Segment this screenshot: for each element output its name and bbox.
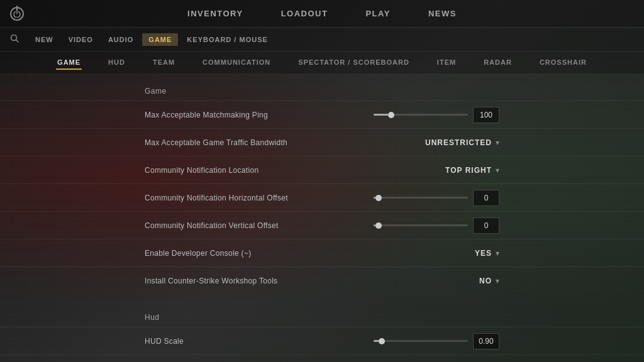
notif-v-offset-slider[interactable] [374,224,468,226]
main-nav-items: INVENTORY LOADOUT PLAY NEWS [187,9,457,18]
dev-console-value: YES [475,249,492,258]
nav-item-loadout[interactable]: LOADOUT [281,9,328,18]
category-tabs: GAME HUD TEAM COMMUNICATION SPECTATOR / … [0,52,644,74]
table-row: HUD Scale 0.90 [0,327,644,354]
notif-h-offset-label: Community Notification Horizontal Offset [145,194,374,202]
cat-tab-radar[interactable]: RADAR [482,56,513,70]
bandwidth-label: Max Acceptable Game Traffic Bandwidth [145,138,425,147]
table-row: Max Acceptable Game Traffic Bandwidth UN… [0,128,644,156]
cat-tab-hud[interactable]: HUD [107,56,126,70]
notif-v-offset-label: Community Notification Vertical Offset [145,221,374,230]
notif-v-offset-value: 0 [473,217,499,234]
sub-nav-audio[interactable]: AUDIO [102,33,140,46]
matchmaking-ping-control: 100 [374,107,499,123]
nav-item-play[interactable]: PLAY [365,9,390,18]
dev-console-label: Enable Developer Console (~) [145,249,475,258]
matchmaking-ping-label: Max Acceptable Matchmaking Ping [145,111,374,119]
hud-scale-slider[interactable] [374,340,468,342]
hud-section-header: Hud [0,307,644,327]
section-spacer [0,294,644,307]
cat-tab-game[interactable]: GAME [56,56,82,70]
notif-h-offset-slider[interactable] [374,197,468,199]
hud-scale-control: 0.90 [374,333,499,349]
notif-location-label: Community Notification Location [145,166,445,175]
table-row: Community Notification Vertical Offset 0 [0,211,644,239]
nav-item-news[interactable]: NEWS [428,9,457,18]
bandwidth-arrow: ▾ [496,138,499,147]
table-row: Max Acceptable Matchmaking Ping 100 [0,101,644,128]
table-row: Community Notification Location TOP RIGH… [0,156,644,184]
notif-h-offset-value: 0 [473,190,499,206]
sub-nav-new[interactable]: NEW [29,33,60,46]
cat-tab-communication[interactable]: COMMUNICATION [201,56,272,70]
cat-tab-crosshair[interactable]: CROSSHAIR [538,56,588,70]
game-section-header: Game [0,80,644,101]
notif-v-offset-control: 0 [374,217,499,234]
notif-location-dropdown[interactable]: TOP RIGHT ▾ [445,166,499,175]
power-button[interactable] [10,7,24,21]
sub-nav-video[interactable]: VIDEO [62,33,99,46]
sub-nav: NEW VIDEO AUDIO GAME KEYBOARD / MOUSE [0,28,644,52]
hud-scale-value: 0.90 [473,333,499,349]
table-row: Enable Developer Console (~) YES ▾ [0,239,644,266]
settings-area: Game Max Acceptable Matchmaking Ping 100… [0,74,644,362]
matchmaking-ping-slider[interactable] [374,114,468,116]
search-icon[interactable] [10,34,19,45]
notif-location-value: TOP RIGHT [445,166,492,175]
workshop-arrow: ▾ [496,277,499,285]
sub-nav-keyboard[interactable]: KEYBOARD / MOUSE [180,33,274,46]
cat-tab-spectator[interactable]: SPECTATOR / SCOREBOARD [297,56,411,70]
hud-scale-label: HUD Scale [145,337,374,346]
dev-console-arrow: ▾ [496,249,499,258]
workshop-dropdown[interactable]: NO ▾ [479,277,499,285]
table-row: HUD Color LIGHT BLUE ▾ [0,354,644,362]
sub-nav-items: NEW VIDEO AUDIO GAME KEYBOARD / MOUSE [29,33,274,46]
bandwidth-dropdown[interactable]: UNRESTRICTED ▾ [425,138,499,147]
notif-location-arrow: ▾ [496,166,499,175]
cat-tab-team[interactable]: TEAM [152,56,176,70]
svg-line-1 [16,40,19,43]
sub-nav-game[interactable]: GAME [142,33,178,46]
top-nav: INVENTORY LOADOUT PLAY NEWS [0,0,644,28]
table-row: Install Counter-Strike Workshop Tools NO… [0,266,644,294]
bandwidth-value: UNRESTRICTED [425,138,492,147]
matchmaking-ping-value: 100 [473,107,499,123]
nav-item-inventory[interactable]: INVENTORY [187,9,243,18]
table-row: Community Notification Horizontal Offset… [0,184,644,211]
notif-h-offset-control: 0 [374,190,499,206]
workshop-value: NO [479,277,492,285]
workshop-label: Install Counter-Strike Workshop Tools [145,277,479,285]
dev-console-dropdown[interactable]: YES ▾ [475,249,499,258]
cat-tab-item[interactable]: ITEM [436,56,457,70]
